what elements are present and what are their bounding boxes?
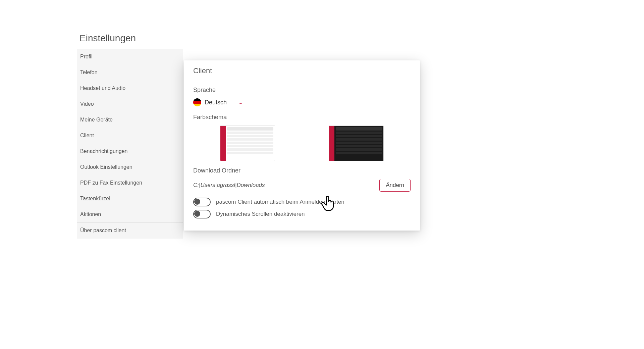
language-selector[interactable]: Deutsch ⌄ bbox=[193, 98, 243, 106]
sidebar-item-profil[interactable]: Profil bbox=[77, 49, 183, 65]
sidebar-item-client[interactable]: Client bbox=[77, 128, 183, 144]
sidebar-item-telefon[interactable]: Telefon bbox=[77, 65, 183, 81]
download-folder-label: Download Ordner bbox=[193, 167, 411, 174]
sidebar-item-headset-audio[interactable]: Headset und Audio bbox=[77, 81, 183, 96]
sidebar-item-pdf-fax[interactable]: PDF zu Fax Einstellungen bbox=[77, 175, 183, 191]
sidebar-item-video[interactable]: Video bbox=[77, 96, 183, 112]
flag-germany-icon bbox=[193, 98, 201, 106]
language-label: Sprache bbox=[193, 87, 411, 94]
card-title: Client bbox=[193, 66, 411, 75]
colorscheme-label: Farbschema bbox=[193, 114, 411, 121]
settings-sidebar: Profil Telefon Headset und Audio Video M… bbox=[77, 49, 183, 239]
page-title: Einstellungen bbox=[79, 33, 136, 44]
change-folder-button[interactable]: Ändern bbox=[379, 179, 411, 192]
sidebar-item-outlook[interactable]: Outlook Einstellungen bbox=[77, 159, 183, 175]
toggle-disable-scroll[interactable] bbox=[193, 210, 211, 218]
sidebar-item-ueber[interactable]: Über pascom client bbox=[77, 222, 183, 239]
chevron-down-icon: ⌄ bbox=[237, 100, 244, 105]
language-selected: Deutsch bbox=[205, 99, 227, 106]
client-settings-card: Client Sprache Deutsch ⌄ Farbschema bbox=[184, 60, 420, 231]
theme-dark-option[interactable] bbox=[329, 126, 384, 161]
toggle-autostart[interactable] bbox=[193, 198, 211, 206]
toggle-disable-scroll-label: Dynamisches Scrollen deaktivieren bbox=[216, 211, 305, 217]
sidebar-item-benachrichtigungen[interactable]: Benachrichtigungen bbox=[77, 144, 183, 159]
theme-light-option[interactable] bbox=[220, 126, 275, 161]
toggle-autostart-label: pascom Client automatisch beim Anmelden … bbox=[216, 199, 344, 205]
sidebar-item-aktionen[interactable]: Aktionen bbox=[77, 207, 183, 222]
colorscheme-options bbox=[193, 126, 411, 161]
sidebar-item-meine-geraete[interactable]: Meine Geräte bbox=[77, 112, 183, 128]
download-folder-path: C:|Users|agrassl|Downloads bbox=[193, 182, 265, 189]
sidebar-item-tastenkuerzel[interactable]: Tastenkürzel bbox=[77, 191, 183, 207]
